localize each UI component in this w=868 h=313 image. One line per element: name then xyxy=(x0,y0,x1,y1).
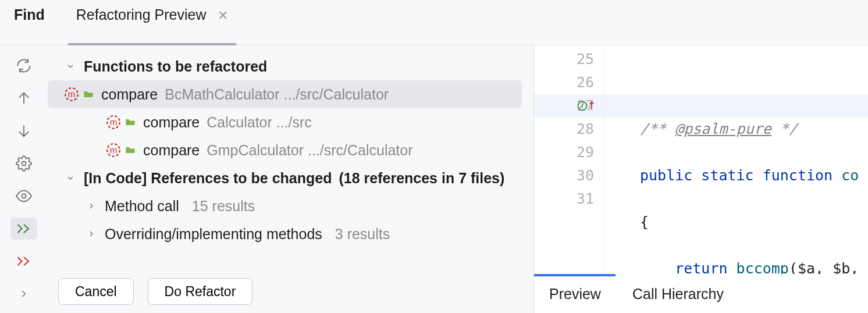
close-icon[interactable]: ✕ xyxy=(218,9,228,22)
folder-icon xyxy=(124,116,136,128)
exclude-icon xyxy=(16,253,32,269)
refresh-button[interactable] xyxy=(10,55,37,77)
line-number: 27 I xyxy=(534,94,594,118)
interface-icon: I xyxy=(577,100,588,112)
next-button[interactable] xyxy=(10,120,37,142)
item-name: compare xyxy=(101,86,158,103)
preview-tab-call-hierarchy[interactable]: Call Hierarchy xyxy=(632,286,724,303)
arrow-up-red-icon xyxy=(588,100,595,112)
preview-pane: 25 26 27 I 28 29 30 31 /** @psalm-pure *… xyxy=(533,45,868,313)
refactor-tree: Functions to be refactored m compare BcM… xyxy=(48,45,533,270)
chevron-right-icon xyxy=(85,200,98,212)
tree-sub-method-call[interactable]: Method call 15 results xyxy=(48,192,533,220)
preview-tab-preview[interactable]: Preview xyxy=(549,286,601,303)
group-refs-count: (18 references in 7 files) xyxy=(339,170,504,187)
line-number: 28 xyxy=(534,118,594,141)
call-hierarchy-tab-label: Call Hierarchy xyxy=(632,286,724,302)
more-button[interactable] xyxy=(10,283,37,305)
footer: Cancel Do Refactor xyxy=(48,270,533,313)
chevron-down-icon xyxy=(64,172,77,184)
sub-label: Method call xyxy=(105,198,179,215)
tree-sub-overriding[interactable]: Overriding/implementing methods 3 result… xyxy=(48,220,533,248)
sub-count: 3 results xyxy=(335,226,390,243)
chevron-down-icon xyxy=(64,60,77,73)
item-name: compare xyxy=(143,142,200,159)
tab-find[interactable]: Find xyxy=(14,0,45,45)
gutter: 25 26 27 I 28 29 30 31 xyxy=(534,45,604,274)
svg-text:I: I xyxy=(581,102,583,109)
tree-group-functions[interactable]: Functions to be refactored xyxy=(48,52,533,80)
line-number: 30 xyxy=(534,164,594,187)
preview-tab-label: Preview xyxy=(549,286,601,302)
group-refs-label: [In Code] References to be changed xyxy=(84,170,332,187)
chevron-right-icon xyxy=(18,288,30,300)
cancel-label: Cancel xyxy=(75,284,117,300)
include-button[interactable] xyxy=(10,218,37,240)
tabstrip: Find Refactoring Preview ✕ xyxy=(0,0,868,45)
do-refactor-label: Do Refactor xyxy=(165,284,236,300)
preview-tabs: Preview Call Hierarchy xyxy=(534,276,868,313)
item-context: BcMathCalculator .../src/Calculator xyxy=(165,86,389,103)
sub-label: Overriding/implementing methods xyxy=(105,226,322,243)
watch-button[interactable] xyxy=(10,185,37,207)
chevron-right-icon xyxy=(85,227,98,240)
folder-icon xyxy=(83,88,94,100)
code-content: /** @psalm-pure */ public static functio… xyxy=(604,45,868,274)
svg-point-0 xyxy=(22,162,26,166)
tree-item-compare-bcmath[interactable]: m compare BcMathCalculator .../src/Calcu… xyxy=(48,80,522,108)
eye-icon xyxy=(16,188,32,204)
tab-refactoring-preview[interactable]: Refactoring Preview ✕ xyxy=(68,0,237,45)
code-editor[interactable]: 25 26 27 I 28 29 30 31 /** @psalm-pure *… xyxy=(534,45,868,274)
method-icon: m xyxy=(106,115,121,130)
tab-refactor-label: Refactoring Preview xyxy=(76,6,207,23)
line-number: 31 xyxy=(534,187,594,211)
folder-icon xyxy=(124,144,136,156)
line-number: 25 xyxy=(534,48,594,71)
prev-button[interactable] xyxy=(10,87,37,109)
svg-text:m: m xyxy=(68,89,76,99)
arrow-down-icon xyxy=(16,123,32,139)
line-number: 26 xyxy=(534,71,594,94)
line-number: 29 xyxy=(534,141,594,164)
arrow-up-icon xyxy=(16,90,32,106)
item-name: compare xyxy=(143,114,200,131)
sub-count: 15 results xyxy=(192,198,255,215)
item-context: GmpCalculator .../src/Calculator xyxy=(207,142,412,159)
group-functions-label: Functions to be refactored xyxy=(84,58,267,75)
gear-icon xyxy=(16,155,32,172)
tree-item-compare-gmp[interactable]: m compare GmpCalculator .../src/Calculat… xyxy=(48,136,533,164)
item-context: Calculator .../src xyxy=(207,114,312,131)
method-icon: m xyxy=(106,143,121,158)
settings-button[interactable] xyxy=(10,152,37,175)
tree-group-references[interactable]: [In Code] References to be changed (18 r… xyxy=(48,164,533,192)
include-icon xyxy=(16,220,32,237)
toolbar-rail xyxy=(0,45,48,313)
tree-item-compare-calculator[interactable]: m compare Calculator .../src xyxy=(48,108,533,136)
cancel-button[interactable]: Cancel xyxy=(58,278,134,305)
svg-text:m: m xyxy=(110,117,118,127)
svg-point-1 xyxy=(22,194,26,198)
svg-text:m: m xyxy=(110,145,118,155)
do-refactor-button[interactable]: Do Refactor xyxy=(148,278,253,305)
method-icon: m xyxy=(64,87,79,102)
exclude-button[interactable] xyxy=(10,250,37,272)
gutter-annotation[interactable]: I xyxy=(577,100,595,112)
tab-find-label: Find xyxy=(14,6,45,23)
refresh-icon xyxy=(16,58,32,74)
